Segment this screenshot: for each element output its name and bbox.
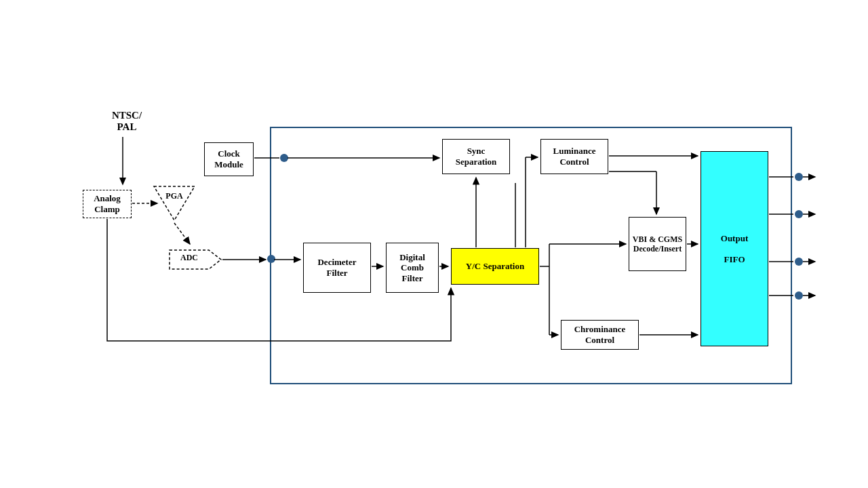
yc-separation-label: Y/C Separation: [466, 261, 524, 272]
adc-block: ADC: [168, 249, 222, 270]
output-fifo-block: Output FIFO: [701, 151, 768, 346]
dot-output-4: [795, 291, 803, 300]
dot-output-2: [795, 210, 803, 218]
chrominance-control-label: Chrominance Control: [564, 324, 635, 345]
dot-adc-junction: [267, 255, 275, 263]
input-label: NTSC/ PAL: [103, 110, 151, 133]
vbi-cgms-label: VBI & CGMS Decode/Insert: [632, 235, 683, 254]
analog-clamp-label: Analog Clamp: [86, 193, 128, 214]
yc-separation-block: Y/C Separation: [451, 248, 539, 285]
chrominance-control-block: Chrominance Control: [561, 320, 639, 350]
adc-label: ADC: [168, 253, 210, 263]
output-fifo-label-bottom: FIFO: [724, 254, 745, 264]
output-fifo-label-top: Output: [721, 233, 748, 243]
sync-separation-block: Sync Separation: [442, 139, 510, 174]
dot-output-1: [795, 173, 803, 181]
input-label-line2: PAL: [117, 121, 137, 132]
luminance-control-label: Luminance Control: [544, 146, 605, 167]
digital-comb-filter-label: Digital Comb Filter: [389, 252, 435, 284]
sync-separation-label: Sync Separation: [446, 146, 507, 167]
pga-label: PGA: [151, 191, 198, 201]
decimeter-filter-label: Decimeter Filter: [307, 257, 368, 278]
luminance-control-block: Luminance Control: [540, 139, 608, 174]
analog-clamp-block: Analog Clamp: [83, 190, 132, 218]
input-label-line1: NTSC/: [112, 110, 142, 121]
digital-comb-filter-block: Digital Comb Filter: [386, 243, 439, 293]
clock-module-block: Clock Module: [204, 142, 254, 176]
vbi-cgms-block: VBI & CGMS Decode/Insert: [629, 217, 686, 271]
dot-output-3: [795, 258, 803, 266]
clock-module-label: Clock Module: [208, 148, 250, 169]
pga-block: PGA: [151, 183, 198, 224]
decimeter-filter-block: Decimeter Filter: [303, 243, 371, 293]
dot-clock-junction: [280, 154, 288, 162]
svg-line-6: [174, 223, 190, 244]
